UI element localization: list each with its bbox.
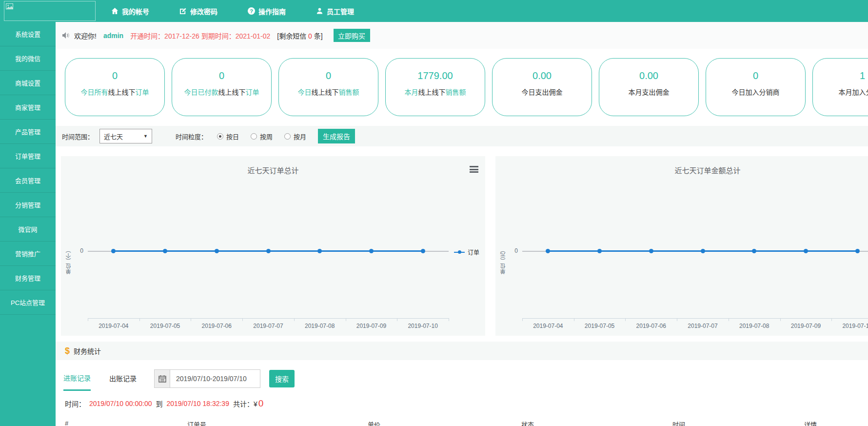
stat-card-value: 0.00: [493, 70, 592, 81]
x-axis-label: 2019-07-10: [842, 323, 868, 329]
sidebar-item-5[interactable]: 订单管理: [0, 144, 56, 168]
granularity-radio-2[interactable]: 按月: [284, 132, 306, 141]
sidebar-item-8[interactable]: 微官网: [0, 217, 56, 242]
sidebar-item-6[interactable]: 会员管理: [0, 168, 56, 193]
stat-card-1: 0今日已付款线上线下订单: [172, 58, 272, 116]
x-axis-tick: [831, 318, 832, 321]
sidebar-item-10[interactable]: 财务管理: [0, 266, 56, 290]
data-point-6: [421, 249, 425, 253]
y-axis-name: 单位（元）: [499, 229, 507, 274]
users-icon: [316, 7, 323, 15]
x-axis-label: 2019-07-04: [99, 323, 128, 329]
calendar-icon[interactable]: [154, 369, 170, 388]
sidebar-item-4[interactable]: 产品管理: [0, 120, 56, 144]
x-axis-tick: [729, 318, 729, 321]
x-axis-tick: [574, 318, 574, 321]
generate-report-button[interactable]: 生成报告: [318, 129, 355, 143]
date-range-group: [154, 369, 260, 388]
x-axis-tick: [88, 318, 88, 321]
data-point-2: [215, 249, 219, 253]
x-axis-tick: [677, 318, 677, 321]
x-axis-label: 2019-07-09: [791, 323, 821, 329]
stat-card-value: 0: [172, 70, 271, 81]
stat-card-4: 0.00今日支出佣金: [492, 58, 592, 116]
radio-selected-icon: [217, 133, 223, 140]
stat-cards-row: 0今日所有线上线下订单0今日已付款线上线下订单0今日线上线下销售额1779.00…: [56, 58, 868, 116]
legend-label: 订单: [468, 248, 479, 256]
stat-card-label: 今日支出佣金: [493, 87, 592, 97]
x-axis-tick: [397, 318, 397, 321]
stat-card-value: 0: [706, 70, 805, 81]
x-axis-label: 2019-07-07: [253, 323, 283, 329]
filter-bar: 时间范围： 近七天 ▼ 时间粒度： 按日按周按月 生成报告: [56, 126, 868, 146]
sidebar-item-2[interactable]: 商城设置: [0, 71, 56, 95]
data-point-1: [163, 249, 167, 253]
stat-card-label: 本月加入分销商: [813, 87, 868, 97]
table-header-col-1: 订单号: [187, 420, 206, 426]
data-point-0: [546, 249, 550, 253]
finance-section-header: $ 财务统计: [56, 342, 868, 360]
chart-panel-0: 近七天订单总计单位（个）02019-07-042019-07-052019-07…: [61, 156, 485, 336]
stat-card-value: 0.00: [599, 70, 698, 81]
table-header-col-0: #: [65, 420, 68, 426]
granularity-radio-0[interactable]: 按日: [217, 132, 239, 141]
time-range-select[interactable]: 近七天 ▼: [99, 129, 152, 143]
data-point-3: [266, 249, 271, 253]
total-label: 共计：¥: [233, 399, 257, 408]
chevron-down-icon: ▼: [143, 134, 148, 139]
logo-placeholder: [4, 1, 96, 21]
granularity-radio-label: 按月: [294, 132, 306, 141]
chart-legend[interactable]: 订单: [454, 248, 479, 256]
y-axis-tick: 0: [508, 247, 518, 254]
broken-image-icon: [6, 3, 13, 10]
topnav-item-2[interactable]: ?操作指南: [248, 6, 286, 16]
topnav-item-1[interactable]: 修改密码: [179, 6, 217, 16]
welcome-text: 欢迎你!: [74, 31, 97, 41]
stat-card-label: 今日已付款线上线下订单: [172, 87, 271, 97]
x-axis-label: 2019-07-09: [356, 323, 386, 329]
tab-expense-records[interactable]: 出账记录: [109, 367, 137, 390]
chart-menu-icon[interactable]: [470, 166, 478, 173]
tab-income-records[interactable]: 进账记录: [63, 367, 91, 391]
stat-card-3: 1779.00本月线上线下销售额: [385, 58, 485, 116]
account-dates: 开通时间：2017-12-26 到期时间：2021-01-02: [130, 31, 270, 41]
data-point-3: [701, 249, 705, 253]
topnav-item-label: 员工管理: [327, 6, 354, 16]
sidebar-item-7[interactable]: 分销管理: [0, 193, 56, 217]
time-to: 到: [156, 399, 162, 408]
time-label: 时间：: [65, 399, 85, 408]
topnav-item-0[interactable]: 我的帐号: [111, 6, 149, 16]
question-icon: ?: [248, 7, 255, 15]
x-axis-tick: [522, 318, 523, 321]
table-header-col-2: 单价: [368, 420, 380, 426]
topnav-item-3[interactable]: 员工管理: [316, 6, 354, 16]
time-end: 2019/07/10 18:32:39: [166, 400, 229, 407]
stat-card-5: 0.00本月支出佣金: [599, 58, 699, 116]
x-axis-tick: [294, 318, 295, 321]
sidebar-item-11[interactable]: PC站点管理: [0, 290, 56, 315]
x-axis-label: 2019-07-06: [202, 323, 232, 329]
x-axis-tick: [449, 318, 449, 321]
x-axis-label: 2019-07-08: [739, 323, 769, 329]
sidebar-item-9[interactable]: 营销推广: [0, 242, 56, 266]
sidebar-item-1[interactable]: 我的微信: [0, 46, 56, 71]
granularity-radio-1[interactable]: 按周: [251, 132, 273, 141]
stat-card-2: 0今日线上线下销售额: [278, 58, 378, 116]
stat-card-value: 0: [65, 70, 164, 81]
sidebar-item-0[interactable]: 系统设置: [0, 22, 56, 46]
search-button[interactable]: 搜索: [269, 370, 295, 387]
granularity-radio-label: 按周: [260, 132, 273, 141]
x-axis-label: 2019-07-04: [533, 323, 563, 329]
x-axis-tick: [780, 318, 781, 321]
date-range-input[interactable]: [170, 369, 260, 388]
charts-row: 近七天订单总计单位（个）02019-07-042019-07-052019-07…: [56, 156, 868, 336]
finance-tabs-row: 进账记录 出账记录 搜索: [56, 367, 868, 390]
y-axis-name: 单位（个）: [65, 229, 73, 274]
topnav-item-label: 我的帐号: [122, 6, 149, 16]
stat-card-0: 0今日所有线上线下订单: [65, 58, 165, 116]
data-point-4: [752, 249, 756, 253]
top-nav-bar: 我的帐号修改密码?操作指南员工管理: [0, 0, 868, 22]
x-axis-label: 2019-07-05: [585, 323, 614, 329]
sidebar-item-3[interactable]: 商家管理: [0, 95, 56, 120]
buy-now-button[interactable]: 立即购买: [334, 29, 370, 42]
